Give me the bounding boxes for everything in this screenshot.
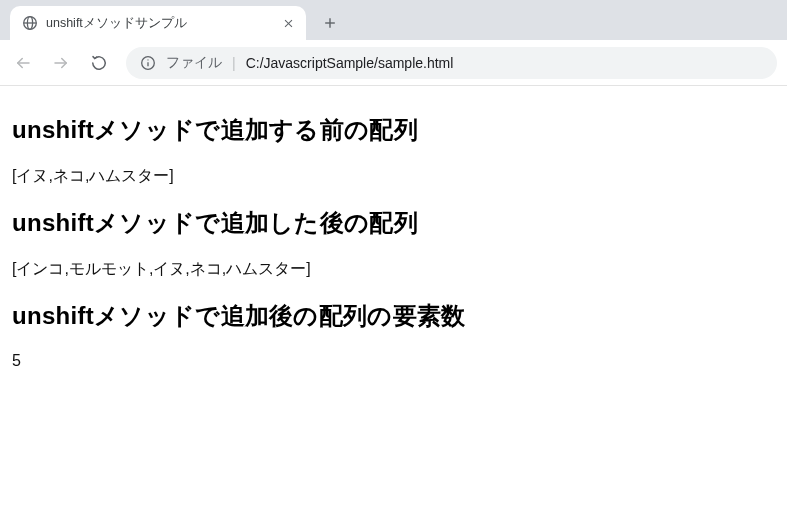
forward-button[interactable] <box>44 46 78 80</box>
heading-count: unshiftメソッドで追加後の配列の要素数 <box>12 300 775 332</box>
globe-icon <box>22 15 38 31</box>
heading-after: unshiftメソッドで追加した後の配列 <box>12 207 775 239</box>
url-text: C:/JavascriptSample/sample.html <box>246 55 454 71</box>
new-tab-button[interactable] <box>316 9 344 37</box>
address-bar[interactable]: ファイル | C:/JavascriptSample/sample.html <box>126 47 777 79</box>
back-button[interactable] <box>6 46 40 80</box>
browser-toolbar: ファイル | C:/JavascriptSample/sample.html <box>0 40 787 86</box>
tab-title: unshiftメソッドサンプル <box>46 15 280 32</box>
url-prefix: ファイル <box>166 54 222 72</box>
array-before: [イヌ,ネコ,ハムスター] <box>12 166 775 187</box>
url-separator: | <box>232 55 236 71</box>
svg-point-11 <box>147 59 148 60</box>
browser-tab[interactable]: unshiftメソッドサンプル <box>10 6 306 40</box>
array-after: [インコ,モルモット,イヌ,ネコ,ハムスター] <box>12 259 775 280</box>
tab-close-button[interactable] <box>280 15 296 31</box>
count-value: 5 <box>12 352 775 370</box>
info-icon <box>140 55 156 71</box>
tabstrip: unshiftメソッドサンプル <box>0 0 787 40</box>
page-content: unshiftメソッドで追加する前の配列 [イヌ,ネコ,ハムスター] unshi… <box>0 86 787 396</box>
browser-chrome: unshiftメソッドサンプル <box>0 0 787 86</box>
reload-button[interactable] <box>82 46 116 80</box>
heading-before: unshiftメソッドで追加する前の配列 <box>12 114 775 146</box>
